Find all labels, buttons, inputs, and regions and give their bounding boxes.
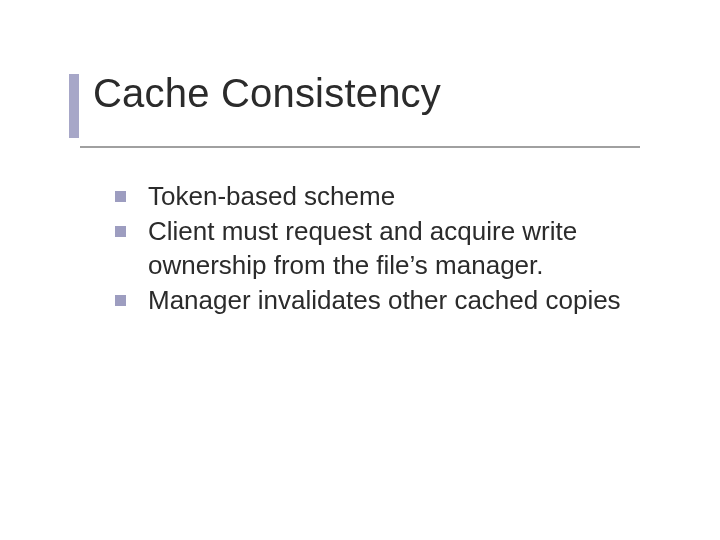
- title-accent-bar: [69, 74, 79, 138]
- body-content: Token-based scheme Client must request a…: [115, 180, 655, 319]
- bullet-text: Manager invalidates other cached copies: [148, 284, 621, 317]
- slide: Cache Consistency Token-based scheme Cli…: [0, 0, 720, 540]
- square-bullet-icon: [115, 191, 126, 202]
- list-item: Client must request and acquire write ow…: [115, 215, 655, 282]
- square-bullet-icon: [115, 295, 126, 306]
- title-divider: [80, 146, 640, 148]
- list-item: Token-based scheme: [115, 180, 655, 213]
- list-item: Manager invalidates other cached copies: [115, 284, 655, 317]
- title-block: Cache Consistency: [75, 72, 441, 114]
- slide-title: Cache Consistency: [93, 72, 441, 114]
- bullet-text: Token-based scheme: [148, 180, 395, 213]
- square-bullet-icon: [115, 226, 126, 237]
- bullet-text: Client must request and acquire write ow…: [148, 215, 655, 282]
